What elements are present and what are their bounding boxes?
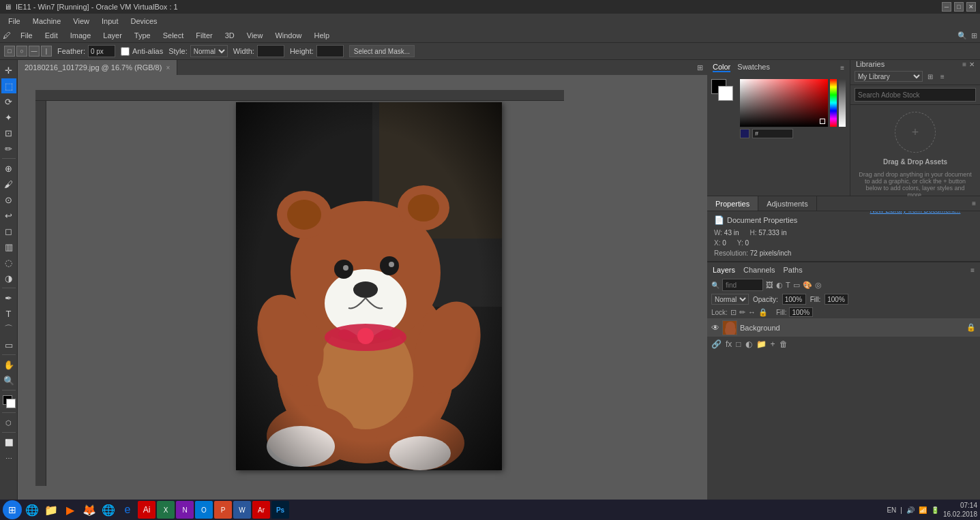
background-swatch[interactable] bbox=[718, 86, 733, 101]
feather-input[interactable] bbox=[88, 45, 115, 57]
lock-position-btn[interactable]: ✏ bbox=[739, 308, 745, 317]
library-search-input[interactable] bbox=[855, 88, 976, 102]
saturation-lightness-field[interactable] bbox=[740, 79, 828, 127]
network-icon[interactable]: 📶 bbox=[919, 506, 927, 514]
eraser-tool[interactable]: ◻ bbox=[1, 224, 16, 239]
properties-tab[interactable]: Properties bbox=[707, 196, 758, 211]
dodge-tool[interactable]: ◑ bbox=[1, 271, 16, 286]
ellipse-select-btn[interactable]: ○ bbox=[16, 46, 27, 57]
adjustments-tab[interactable]: Adjustments bbox=[758, 196, 817, 211]
battery-icon[interactable]: 🔋 bbox=[931, 506, 939, 514]
taskbar-photoshop[interactable]: Ps bbox=[271, 501, 289, 519]
lock-all-btn[interactable]: 🔒 bbox=[758, 308, 768, 317]
fg-bg-color-widget[interactable] bbox=[1, 394, 16, 409]
ps-menu-edit[interactable]: Edit bbox=[40, 30, 63, 41]
ps-search-icon[interactable]: 🔍 bbox=[957, 31, 967, 40]
taskbar-word[interactable]: W bbox=[233, 501, 251, 519]
taskbar-onenote[interactable]: N bbox=[176, 501, 194, 519]
layer-adjustment-filter[interactable]: ◐ bbox=[776, 281, 783, 290]
color-panel-collapse[interactable]: ≡ bbox=[840, 64, 844, 72]
rect-select-btn[interactable]: □ bbox=[4, 46, 15, 57]
layer-filter-toggle[interactable]: ◎ bbox=[815, 281, 822, 290]
layer-delete-btn[interactable]: 🗑 bbox=[779, 339, 788, 349]
ps-grid-icon[interactable]: ⊞ bbox=[971, 31, 977, 40]
volume-icon[interactable]: 🔊 bbox=[906, 506, 915, 514]
taskbar-ie[interactable]: 🌐 bbox=[23, 501, 41, 519]
library-list-view[interactable]: ≡ bbox=[938, 72, 947, 81]
pen-tool[interactable]: ✒ bbox=[1, 290, 16, 305]
taskbar-explorer[interactable]: 📁 bbox=[42, 501, 60, 519]
fg-bg-widget[interactable] bbox=[711, 79, 736, 104]
ps-menu-window[interactable]: Window bbox=[269, 30, 307, 41]
lock-artboard-btn[interactable]: ↔ bbox=[748, 308, 756, 316]
shape-tool[interactable]: ▭ bbox=[1, 337, 16, 352]
layer-link-btn[interactable]: 🔗 bbox=[711, 339, 722, 349]
layers-panel-collapse[interactable]: ≡ bbox=[970, 266, 975, 274]
taskbar-adobe-reader[interactable]: Ar bbox=[252, 501, 270, 519]
vbox-menu-view[interactable]: Machine bbox=[27, 16, 67, 27]
background-layer-row[interactable]: 👁 Background 🔒 bbox=[707, 318, 980, 337]
blend-mode-select[interactable]: Normal bbox=[711, 294, 749, 305]
opacity-input[interactable] bbox=[782, 294, 806, 305]
lasso-tool[interactable]: ⟳ bbox=[1, 94, 16, 109]
eyedropper-tool[interactable]: ✏ bbox=[1, 141, 16, 156]
close-button[interactable]: ✕ bbox=[966, 2, 976, 12]
paths-tab[interactable]: Paths bbox=[784, 266, 803, 274]
taskbar-wmp[interactable]: ▶ bbox=[61, 501, 79, 519]
maximize-button[interactable]: □ bbox=[954, 2, 964, 12]
layer-adjustment-btn[interactable]: ◐ bbox=[745, 339, 752, 349]
vbox-menu-input[interactable]: View bbox=[68, 16, 95, 27]
vbox-menu-devices[interactable]: Input bbox=[96, 16, 123, 27]
layers-tab[interactable]: Layers bbox=[713, 266, 735, 274]
taskbar-firefox[interactable]: 🦊 bbox=[80, 501, 98, 519]
clone-tool[interactable]: ⊙ bbox=[1, 192, 16, 207]
layer-mask-btn[interactable]: □ bbox=[736, 339, 741, 349]
antialias-checkbox[interactable] bbox=[121, 47, 130, 56]
document-canvas[interactable] bbox=[236, 102, 502, 470]
col-select-btn[interactable]: | bbox=[41, 46, 52, 57]
move-tool[interactable]: ✛ bbox=[1, 63, 16, 78]
history-tool[interactable]: ↩ bbox=[1, 208, 16, 223]
height-input[interactable] bbox=[316, 45, 344, 57]
layer-visibility-toggle[interactable]: 👁 bbox=[711, 323, 719, 333]
ps-menu-type[interactable]: Type bbox=[129, 30, 156, 41]
taskbar-outlook[interactable]: O bbox=[195, 501, 213, 519]
healing-tool[interactable]: ⊕ bbox=[1, 161, 16, 176]
fill-input[interactable] bbox=[825, 294, 848, 305]
width-input[interactable] bbox=[257, 45, 284, 57]
magic-wand-tool[interactable]: ✦ bbox=[1, 110, 16, 125]
screen-mode[interactable]: ⬜ bbox=[1, 435, 16, 450]
crop-tool[interactable]: ⊡ bbox=[1, 125, 16, 140]
layer-type-filter[interactable]: 🖼 bbox=[766, 281, 773, 289]
marquee-tool[interactable]: ⬚ bbox=[1, 78, 16, 93]
taskbar-powerpoint[interactable]: P bbox=[214, 501, 232, 519]
row-select-btn[interactable]: — bbox=[29, 46, 40, 57]
layer-fx-btn[interactable]: fx bbox=[726, 339, 732, 349]
color-tab[interactable]: Color bbox=[713, 63, 730, 72]
zoom-tool[interactable]: 🔍 bbox=[1, 373, 16, 388]
hand-tool[interactable]: ✋ bbox=[1, 357, 16, 372]
arrange-icon[interactable]: ⊞ bbox=[697, 63, 703, 72]
style-select[interactable]: Normal bbox=[190, 45, 228, 57]
taskbar-chrome[interactable]: 🌐 bbox=[100, 501, 117, 519]
path-tool[interactable]: ⌒ bbox=[1, 322, 16, 337]
ps-menu-help[interactable]: Help bbox=[309, 30, 336, 41]
ps-menu-image[interactable]: Image bbox=[65, 30, 97, 41]
start-button[interactable]: ⊞ bbox=[3, 500, 22, 519]
layers-search-input[interactable] bbox=[722, 279, 763, 291]
ps-menu-view[interactable]: View bbox=[241, 30, 269, 41]
document-tab[interactable]: 20180216_101729.jpg @ 16.7% (RGB/8) × bbox=[18, 60, 177, 75]
gradient-tool[interactable]: ▥ bbox=[1, 239, 16, 254]
channels-tab[interactable]: Channels bbox=[743, 266, 775, 274]
layer-new-btn[interactable]: + bbox=[771, 339, 775, 349]
type-tool[interactable]: T bbox=[1, 306, 16, 321]
vbox-menu-help[interactable]: Devices bbox=[125, 16, 162, 27]
hex-color-preview[interactable] bbox=[740, 129, 749, 138]
vbox-menu-machine[interactable]: File bbox=[3, 16, 26, 27]
library-grid-view[interactable]: ⊞ bbox=[925, 72, 935, 81]
select-mask-button[interactable]: Select and Mask... bbox=[349, 45, 415, 57]
background-color[interactable] bbox=[6, 399, 16, 408]
taskbar-excel[interactable]: X bbox=[157, 501, 175, 519]
layer-text-filter[interactable]: T bbox=[786, 281, 790, 289]
ps-menu-filter[interactable]: Filter bbox=[190, 30, 218, 41]
